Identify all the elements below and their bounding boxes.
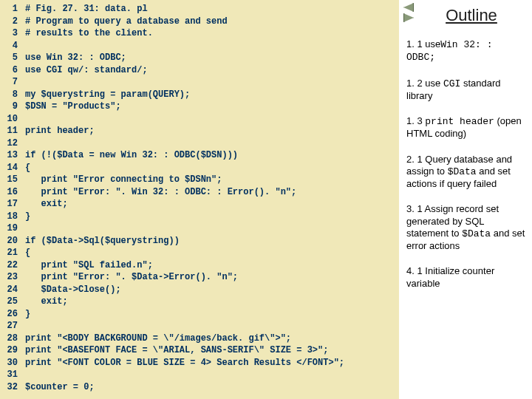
code-line: print "Error: ". Win 32: : ODBC: : Error… — [25, 186, 399, 199]
code-line: } — [25, 211, 399, 223]
code-line: if ($Data->Sql($querystring)) — [25, 235, 399, 248]
code-line — [25, 113, 399, 126]
line-number-gutter: 1234567891011121314151617181920212223242… — [0, 0, 21, 399]
code-line: # Program to query a database and send — [25, 16, 399, 28]
line-number: 1 — [0, 3, 21, 16]
outline-item: 3. 1 Assign record set generated by SQL … — [406, 203, 526, 252]
outline-pane: Outline 1. 1 useWin 32: : ODBC;1. 2 use … — [399, 0, 532, 399]
line-number: 30 — [0, 357, 21, 369]
line-number: 15 — [0, 174, 21, 186]
code-line: print "Error: ". $Data->Error(). "n"; — [25, 271, 399, 284]
line-number: 11 — [0, 125, 21, 137]
line-number: 29 — [0, 344, 21, 357]
code-line: { — [25, 162, 399, 174]
line-number: 10 — [0, 113, 21, 126]
code-line: use CGI qw/: standard/; — [25, 64, 399, 77]
nav-icons — [403, 3, 415, 24]
outline-item: 1. 1 useWin 32: : ODBC; — [406, 38, 526, 64]
line-number: 12 — [0, 137, 21, 150]
code-line: $DSN = "Products"; — [25, 100, 399, 113]
line-number: 27 — [0, 320, 21, 332]
code-line — [25, 320, 399, 332]
line-number: 21 — [0, 247, 21, 259]
code-line: # Fig. 27. 31: data. pl — [25, 3, 399, 16]
outline-item: 4. 1 Initialize counter variable — [406, 265, 526, 290]
line-number: 18 — [0, 211, 21, 223]
line-number: 32 — [0, 381, 21, 394]
code-line: $counter = 0; — [25, 381, 399, 394]
code-line — [25, 137, 399, 150]
code-listing: # Fig. 27. 31: data. pl# Program to quer… — [21, 0, 399, 399]
code-line: if (!($Data = new Win 32: : ODBC($DSN))) — [25, 149, 399, 162]
code-pane: 1234567891011121314151617181920212223242… — [0, 0, 399, 399]
code-line — [25, 369, 399, 381]
outline-item-lead: 1. 3 — [406, 115, 425, 126]
line-number: 6 — [0, 64, 21, 77]
outline-item-code: print header — [425, 116, 494, 127]
code-line: print "<BODY BACKGROUND = \"/images/back… — [25, 332, 399, 345]
outline-item-lead: 1. 1 use — [406, 38, 440, 50]
line-number: 19 — [0, 222, 21, 235]
line-number: 20 — [0, 235, 21, 248]
code-line: print header; — [25, 125, 399, 137]
outline-item: 1. 3 print header (open HTML coding) — [406, 115, 526, 140]
code-line: print "<FONT COLOR = BLUE SIZE = 4> Sear… — [25, 357, 399, 369]
line-number: 28 — [0, 332, 21, 345]
line-number: 23 — [0, 271, 21, 284]
line-number: 17 — [0, 198, 21, 211]
line-number: 31 — [0, 369, 21, 381]
outline-item-code: $Data — [448, 166, 477, 177]
outline-item-lead: 4. 1 Initialize counter variable — [406, 265, 494, 288]
code-line: print "<BASEFONT FACE = \"ARIAL, SANS-SE… — [25, 344, 399, 357]
outline-item-code: CGI — [443, 78, 460, 89]
line-number: 9 — [0, 100, 21, 113]
outline-item: 2. 1 Query database and assign to $Data … — [406, 154, 526, 191]
prev-icon[interactable] — [403, 3, 414, 12]
line-number: 7 — [0, 76, 21, 89]
code-line — [25, 76, 399, 89]
code-line: $Data->Close(); — [25, 284, 399, 296]
outline-item-code: $Data — [462, 228, 491, 239]
outline-list: 1. 1 useWin 32: : ODBC;1. 2 use CGI stan… — [406, 38, 526, 290]
code-line: # results to the client. — [25, 27, 399, 40]
code-line: print "Error connecting to $DSNn"; — [25, 174, 399, 186]
outline-item: 1. 2 use CGI standard library — [406, 78, 526, 103]
code-line — [25, 40, 399, 52]
line-number: 13 — [0, 149, 21, 162]
code-line: exit; — [25, 296, 399, 308]
line-number: 14 — [0, 162, 21, 174]
code-line: { — [25, 247, 399, 259]
line-number: 2 — [0, 16, 21, 28]
code-line: print "SQL failed.n"; — [25, 259, 399, 272]
line-number: 26 — [0, 308, 21, 321]
code-line: exit; — [25, 198, 399, 211]
line-number: 16 — [0, 186, 21, 199]
line-number: 22 — [0, 259, 21, 272]
line-number: 25 — [0, 296, 21, 308]
line-number: 3 — [0, 27, 21, 40]
line-number: 5 — [0, 52, 21, 64]
line-number: 4 — [0, 40, 21, 52]
outline-item-lead: 1. 2 use — [406, 78, 443, 89]
next-icon[interactable] — [403, 13, 414, 22]
code-line: } — [25, 308, 399, 321]
code-line — [25, 222, 399, 235]
code-line: my $querystring = param(QUERY); — [25, 89, 399, 101]
line-number: 24 — [0, 284, 21, 296]
code-line: use Win 32: : ODBC; — [25, 52, 399, 64]
line-number: 8 — [0, 89, 21, 101]
outline-title: Outline — [406, 6, 526, 25]
